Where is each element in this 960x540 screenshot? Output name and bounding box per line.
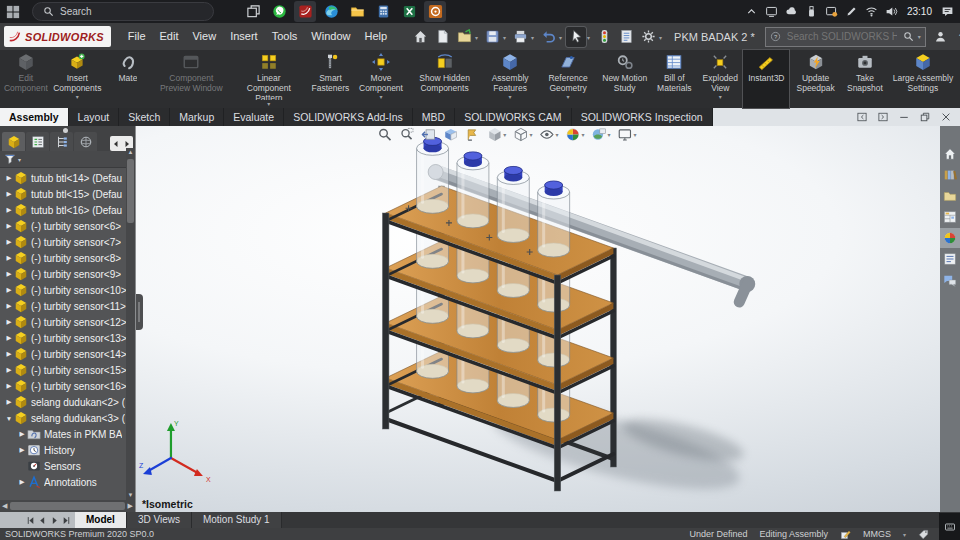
tab-right-icon[interactable] <box>123 140 131 148</box>
volume-icon[interactable] <box>885 5 898 18</box>
panel-grip[interactable] <box>63 128 68 133</box>
tree-item[interactable]: ▶ (-) turbity sensor<6> <box>0 218 135 234</box>
headsup-button[interactable]: ▾ <box>377 127 392 142</box>
taskbar-app[interactable] <box>268 1 290 22</box>
notification-icon[interactable] <box>941 5 954 18</box>
ribbon-button[interactable]: Show Hidden Components ▾ <box>407 50 482 108</box>
doc-next-icon[interactable] <box>877 111 889 123</box>
ribbon-button[interactable]: Take Snapshot ▾ <box>842 50 888 108</box>
expand-arrow-icon[interactable]: ▶ <box>4 174 14 182</box>
taskbar-app[interactable] <box>372 1 394 22</box>
tree-item[interactable]: ▶ (-) turbity sensor<16> <box>0 378 135 394</box>
task-pane-button[interactable] <box>940 270 960 290</box>
pen-icon[interactable] <box>845 5 858 18</box>
wifi-icon[interactable] <box>865 5 878 18</box>
taskbar-app[interactable] <box>242 1 264 22</box>
expand-arrow-icon[interactable]: ▶ <box>4 190 14 198</box>
ribbon-button[interactable]: Reference Geometry ▾ <box>538 50 598 108</box>
tree-item[interactable]: Sensors <box>0 458 135 474</box>
taskbar-app[interactable] <box>346 1 368 22</box>
command-tab[interactable]: SOLIDWORKS Inspection <box>572 108 713 126</box>
menu-item[interactable]: Tools <box>265 23 305 50</box>
headsup-button[interactable]: ▾ <box>465 127 480 142</box>
expand-arrow-icon[interactable]: ▶ <box>17 446 27 454</box>
ribbon-button[interactable]: Smart Fasteners ▾ <box>306 50 355 108</box>
task-pane-button[interactable] <box>940 228 960 248</box>
tree-item[interactable]: ▶ selang dudukan<2> ( <box>0 394 135 410</box>
ribbon-button[interactable]: Insert Components ▾ <box>50 50 105 108</box>
panel-splitter-handle[interactable] <box>136 294 143 330</box>
snip-icon[interactable] <box>825 5 838 18</box>
expand-arrow-icon[interactable]: ▶ <box>4 302 14 310</box>
help-search-magnifier-icon[interactable] <box>903 31 914 42</box>
chevron-up-icon[interactable] <box>745 5 758 18</box>
expand-arrow-icon[interactable]: ▶ <box>4 366 14 374</box>
command-tab[interactable]: MBD <box>413 108 455 126</box>
tree-item[interactable]: ▶ (-) turbity sensor<13> <box>0 330 135 346</box>
tree-item[interactable]: ▶ (-) turbity sensor<14> <box>0 346 135 362</box>
win-restore-icon[interactable] <box>919 111 931 123</box>
tree-item[interactable]: ▶ Annotations <box>0 474 135 490</box>
headsup-button[interactable]: ▾ <box>617 127 636 142</box>
command-tab[interactable]: Sketch <box>119 108 170 126</box>
command-tab[interactable]: SOLIDWORKS CAM <box>455 108 571 126</box>
headsup-button[interactable]: ▾ <box>591 127 610 142</box>
win-close-icon[interactable] <box>940 111 952 123</box>
help-icon[interactable]: ? <box>955 30 960 43</box>
tree-item[interactable]: ▶ tutub btl<14> (Defau <box>0 170 135 186</box>
doc-prev-icon[interactable] <box>856 111 868 123</box>
tree-item[interactable]: ▶ (-) turbity sensor<8> <box>0 250 135 266</box>
units-selector[interactable]: MMGS <box>863 529 891 539</box>
ribbon-button[interactable]: Large Assembly Settings ▾ <box>888 50 958 108</box>
feature-manager-tab[interactable] <box>74 132 97 151</box>
help-search-box[interactable]: ? ▾ <box>765 27 926 47</box>
quick-access-button[interactable] <box>566 27 586 47</box>
taskbar-app[interactable] <box>294 1 316 22</box>
taskbar-clock[interactable]: 23:10 <box>907 6 932 17</box>
expand-arrow-icon[interactable]: ▶ <box>4 350 14 358</box>
first-tab-icon[interactable] <box>26 516 35 525</box>
command-tab[interactable]: Evaluate <box>224 108 284 126</box>
feature-manager-tab[interactable] <box>50 132 73 151</box>
ribbon-button[interactable]: Component Preview Window ▾ <box>151 50 232 108</box>
user-icon[interactable] <box>934 30 947 43</box>
headsup-button[interactable]: ▾ <box>513 127 532 142</box>
quick-access-button[interactable] <box>482 27 502 47</box>
quick-access-button[interactable] <box>432 27 452 47</box>
expand-arrow-icon[interactable]: ▼ <box>4 415 14 422</box>
expand-arrow-icon[interactable]: ▶ <box>4 398 14 406</box>
headsup-button[interactable]: ▾ <box>487 127 506 142</box>
expand-arrow-icon[interactable]: ▶ <box>17 430 27 438</box>
expand-arrow-icon[interactable]: ▶ <box>4 286 14 294</box>
command-tab[interactable]: Assembly <box>0 108 69 126</box>
expand-arrow-icon[interactable]: ▶ <box>4 206 14 214</box>
expand-arrow-icon[interactable]: ▶ <box>4 238 14 246</box>
document-tab[interactable]: Motion Study 1 <box>192 512 282 528</box>
cast-icon[interactable] <box>765 5 778 18</box>
tag-icon[interactable] <box>918 529 929 540</box>
headsup-button[interactable]: ▾ <box>421 127 436 142</box>
usb-icon[interactable] <box>805 5 818 18</box>
menu-item[interactable]: File <box>121 23 153 50</box>
headsup-button[interactable]: ▾ <box>443 127 458 142</box>
task-pane-button[interactable] <box>940 186 960 206</box>
ribbon-button[interactable]: Bill of Materials ▾ <box>651 50 697 108</box>
quick-access-button[interactable] <box>616 27 636 47</box>
cloud-icon[interactable] <box>785 5 798 18</box>
assembly-model[interactable]: XYZ <box>136 126 940 512</box>
tab-left-icon[interactable] <box>112 140 120 148</box>
expand-arrow-icon[interactable]: ▶ <box>4 334 14 342</box>
tree-item[interactable]: ▶ (-) turbity sensor<11> <box>0 298 135 314</box>
command-tab[interactable]: Markup <box>170 108 224 126</box>
ribbon-button[interactable]: Mate ▾ <box>105 50 151 108</box>
tree-item[interactable]: ▶ (-) turbity sensor<15> <box>0 362 135 378</box>
win-min-icon[interactable] <box>898 111 910 123</box>
ribbon-button[interactable]: Move Component ▾ <box>355 50 407 108</box>
tree-item[interactable]: ▶ tutub btl<16> (Defau <box>0 202 135 218</box>
tree-item[interactable]: ▶ tutub btl<15> (Defau <box>0 186 135 202</box>
tree-vertical-scrollbar[interactable]: ▲ ▼ <box>126 148 135 500</box>
quick-access-button[interactable] <box>454 27 474 47</box>
help-search-input[interactable] <box>785 30 899 43</box>
taskbar-app[interactable] <box>424 1 446 22</box>
command-tab[interactable]: Layout <box>69 108 120 126</box>
